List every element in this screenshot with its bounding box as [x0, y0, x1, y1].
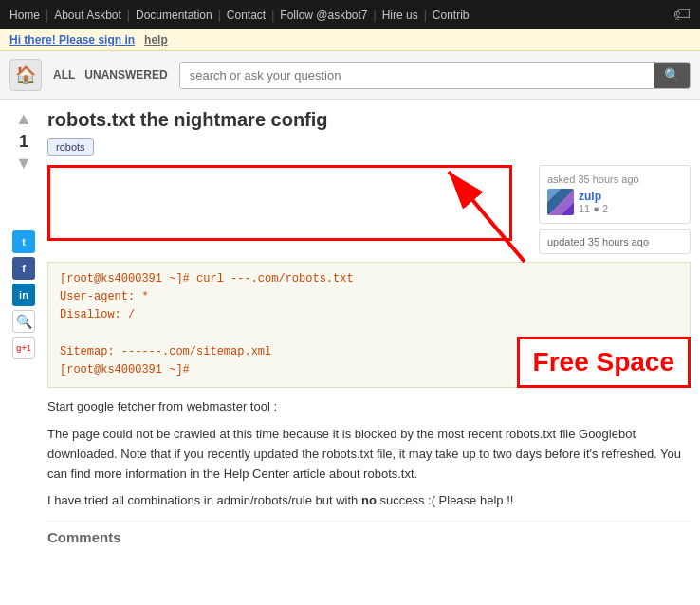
search-button[interactable]: 🔍: [654, 63, 690, 88]
vote-down-button[interactable]: ▼: [15, 154, 32, 174]
body-start: Start google fetcher from webmaster tool…: [47, 397, 691, 417]
tab-unanswered[interactable]: UNANSWERED: [84, 68, 167, 82]
user-details: zulp 11 ● 2: [579, 190, 608, 214]
social-icons: t f in 🔍 g+1: [12, 230, 35, 359]
tab-all[interactable]: ALL: [53, 68, 75, 82]
nav-follow[interactable]: Follow @askbot7: [280, 9, 367, 22]
question-area: asked 35 hours ago zulp 11 ● 2 updated 3…: [47, 165, 691, 254]
help-link[interactable]: help: [144, 33, 168, 46]
vote-sidebar: ▲ 1 ▼ t f in 🔍 g+1: [9, 109, 38, 545]
search-share-button[interactable]: 🔍: [12, 310, 35, 333]
nav-tabs: ALL UNANSWERED: [53, 68, 168, 82]
top-navigation: Home | About Askbot | Documentation | Co…: [0, 0, 700, 29]
search-row: 🏠 ALL UNANSWERED 🔍: [0, 51, 700, 100]
vote-up-button[interactable]: ▲: [15, 109, 32, 130]
nav-about[interactable]: About Askbot: [54, 9, 121, 22]
nav-sep-2: |: [127, 9, 130, 22]
asked-label: asked 35 hours ago: [547, 174, 682, 185]
code-line-1: [root@ks4000391 ~]# curl ---.com/robots.…: [60, 270, 678, 288]
twitter-share-button[interactable]: t: [12, 230, 35, 253]
tag-icon: 🏷: [673, 5, 691, 25]
body-para2-post: success :( Please help !!: [377, 493, 514, 507]
linkedin-share-button[interactable]: in: [12, 284, 35, 306]
signin-link[interactable]: Hi there! Please sign in: [9, 33, 135, 46]
body-para1: The page could not be crawled at this ti…: [47, 425, 691, 484]
search-container: 🔍: [179, 62, 691, 89]
main-content: ▲ 1 ▼ t f in 🔍 g+1 robots.txt the nightm…: [0, 100, 700, 555]
nav-hire[interactable]: Hire us: [382, 9, 418, 22]
code-line-3: Disallow: /: [60, 306, 678, 324]
updated-box: updated 35 hours ago: [539, 229, 691, 254]
asked-box: asked 35 hours ago zulp 11 ● 2: [539, 165, 691, 224]
comments-heading: Comments: [47, 521, 691, 545]
home-button[interactable]: 🏠: [9, 59, 42, 91]
search-input[interactable]: [180, 63, 654, 88]
free-space-container: [root@ks4000391 ~]# curl ---.com/robots.…: [47, 262, 691, 388]
nav-docs[interactable]: Documentation: [136, 9, 212, 22]
nav-sep-1: |: [46, 9, 48, 22]
gplus-share-button[interactable]: g+1: [12, 337, 35, 359]
nav-sep-4: |: [271, 9, 274, 22]
facebook-share-button[interactable]: f: [12, 257, 35, 280]
robots-tag[interactable]: robots: [47, 138, 94, 156]
free-space-label: Free Space: [517, 337, 691, 388]
nav-sep-5: |: [374, 9, 377, 22]
username[interactable]: zulp: [579, 190, 608, 203]
user-info: zulp 11 ● 2: [547, 189, 682, 215]
code-line-2: User-agent: *: [60, 288, 678, 306]
vote-count: 1: [19, 132, 28, 152]
body-para2-pre: I have tried all combinations in admin/r…: [47, 493, 361, 507]
signin-bar: Hi there! Please sign in help: [0, 29, 700, 51]
question-meta: asked 35 hours ago zulp 11 ● 2 updated 3…: [539, 165, 691, 254]
nav-sep-6: |: [424, 9, 427, 22]
avatar: [547, 189, 574, 215]
nav-home[interactable]: Home: [9, 9, 40, 22]
question-title: robots.txt the nightmare config: [47, 109, 691, 131]
nav-sep-3: |: [218, 9, 221, 22]
nav-contact[interactable]: Contact: [227, 9, 266, 22]
user-rep: 11 ● 2: [579, 203, 608, 214]
red-highlight-box: [47, 165, 512, 241]
nav-contrib[interactable]: Contrib: [433, 9, 470, 22]
question-left: [47, 165, 529, 254]
page-content: robots.txt the nightmare config robots a…: [47, 109, 691, 545]
body-para2: I have tried all combinations in admin/r…: [47, 491, 691, 511]
body-para2-bold: no: [361, 493, 377, 507]
